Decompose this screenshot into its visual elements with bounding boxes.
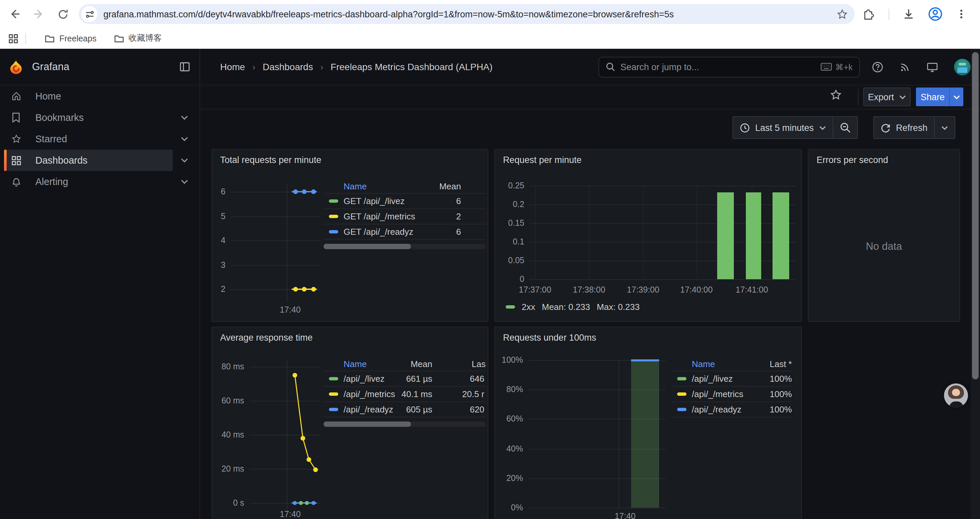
bookmark-folder-freeleaps[interactable]: Freeleaps <box>39 32 102 45</box>
data-point <box>312 501 315 505</box>
legend-scrollbar-thumb[interactable] <box>323 422 411 427</box>
x-axis-label: 17:39:00 <box>627 285 659 295</box>
favorite-star-button[interactable] <box>830 89 842 101</box>
legend-row[interactable]: /api/_/metrics40.1 ms20.5 r <box>323 387 486 402</box>
legend-row[interactable]: /api/_/readyz100% <box>672 402 793 417</box>
share-menu-button[interactable] <box>949 88 963 106</box>
legend-row[interactable]: GET /api/_/readyz6 <box>323 224 486 240</box>
profile-button[interactable] <box>928 7 943 21</box>
zoom-out-button[interactable] <box>833 117 857 138</box>
series-color-pill <box>677 408 686 411</box>
legend-row[interactable]: /api/_/readyz605 µs620 <box>323 402 486 417</box>
legend-row[interactable]: /api/_/livez100% <box>672 371 793 387</box>
sidebar-item-dashboards[interactable]: Dashboards <box>0 150 199 171</box>
gridline <box>619 360 619 508</box>
dashboards-grid-icon <box>11 155 21 165</box>
legend-col-name[interactable]: Name <box>344 359 367 369</box>
search-input[interactable]: Search or jump to... ⌘+k <box>598 56 860 77</box>
legend-col-mean[interactable]: Mean <box>439 181 461 191</box>
data-point <box>299 501 303 505</box>
legend-col-name[interactable]: Name <box>344 181 367 191</box>
series-color-pill <box>329 408 338 411</box>
mega-menu-toggle[interactable] <box>180 61 190 72</box>
legend-header-row: NameLast * <box>672 357 793 371</box>
site-settings-icon[interactable] <box>81 6 97 22</box>
gridline <box>530 279 795 280</box>
legend-row[interactable]: GET /api/_/metrics2 <box>323 209 486 224</box>
dashboard-canvas: Total requests per minute6543217:40NameM… <box>200 145 980 519</box>
chevron-down-icon[interactable] <box>181 115 188 120</box>
series-name: GET /api/_/livez <box>344 196 405 206</box>
breadcrumb-home[interactable]: Home <box>220 61 245 72</box>
assistant-avatar[interactable] <box>944 383 968 407</box>
export-button[interactable]: Export <box>863 88 911 106</box>
data-point <box>305 501 309 505</box>
screen: grafana.mathmast.com/d/deytv4rwavabkb/fr… <box>0 0 980 519</box>
y-axis-label: 4 <box>212 236 226 245</box>
browser-menu-button[interactable] <box>956 9 967 19</box>
sidebar-item-starred[interactable]: Starred <box>0 128 199 150</box>
scrollbar-thumb[interactable] <box>972 52 978 379</box>
legend-col-mean[interactable]: Last * <box>770 359 792 369</box>
chevron-down-icon[interactable] <box>181 179 188 184</box>
legend-scrollbar-thumb[interactable] <box>323 244 411 249</box>
refresh-interval-button[interactable] <box>935 117 955 138</box>
legend-col-mean[interactable]: Mean <box>410 359 432 369</box>
vertical-scrollbar[interactable] <box>970 49 980 519</box>
browser-reload-button[interactable] <box>53 5 72 23</box>
sidebar-item-home[interactable]: Home <box>0 86 199 107</box>
panel-requests-under-100ms: Requests under 100ms100%80%60%40%20%0%17… <box>494 327 802 519</box>
legend-row[interactable]: /api/_/livez661 µs646 <box>323 371 486 387</box>
legend-col-last[interactable]: Las <box>472 359 486 369</box>
y-axis-label: 100% <box>495 355 523 365</box>
bookmark-folder-blogs[interactable]: 收藏博客 <box>108 31 167 46</box>
breadcrumb-dashboards[interactable]: Dashboards <box>262 61 313 72</box>
legend-col-name[interactable]: Name <box>692 359 715 369</box>
news-rss-button[interactable] <box>899 61 911 72</box>
series-name[interactable]: 2xx <box>522 302 535 312</box>
sidebar-item-bookmarks[interactable]: Bookmarks <box>0 107 199 128</box>
legend-scrollbar[interactable] <box>323 422 486 427</box>
forward-arrow-icon <box>33 8 45 20</box>
extensions-button[interactable] <box>862 8 875 21</box>
series-last-value: 646 <box>470 374 484 384</box>
user-avatar[interactable] <box>954 58 970 75</box>
legend-row[interactable]: GET /api/_/livez6 <box>323 194 486 209</box>
refresh-button[interactable]: Refresh <box>874 117 934 138</box>
y-axis-label: 6 <box>212 187 226 196</box>
panel-title[interactable]: Requests under 100ms <box>503 333 596 343</box>
help-button[interactable] <box>872 61 883 72</box>
legend: 2xxMean: 0.233Max: 0.233 <box>506 302 640 312</box>
share-button[interactable]: Share <box>916 88 949 106</box>
y-axis-label: 0 <box>495 275 524 284</box>
url-bar[interactable]: grafana.mathmast.com/d/deytv4rwavabkb/fr… <box>79 4 854 24</box>
time-range-picker[interactable]: Last 5 minutes <box>733 117 832 138</box>
legend-scrollbar[interactable] <box>323 244 486 249</box>
y-axis-label: 3 <box>212 260 226 270</box>
bookmark-star-icon[interactable] <box>837 8 848 20</box>
share-button-group: Share <box>916 88 963 106</box>
series-last-value: 20.5 r <box>462 389 485 399</box>
chevron-down-icon[interactable] <box>181 158 188 163</box>
data-point <box>293 189 298 194</box>
bookmark-label: 收藏博客 <box>129 33 162 44</box>
browser-forward-button[interactable] <box>29 5 48 23</box>
url-text: grafana.mathmast.com/d/deytv4rwavabkb/fr… <box>103 9 837 19</box>
sidebar-item-alerting[interactable]: Alerting <box>0 171 199 192</box>
display-button[interactable] <box>927 61 938 72</box>
panel-title[interactable]: Request per minute <box>503 155 582 165</box>
panel-title[interactable]: Total requests per minute <box>220 155 321 165</box>
legend-row[interactable]: /api/_/metrics100% <box>672 387 793 402</box>
series-color-pill <box>329 393 338 396</box>
browser-back-button[interactable] <box>5 5 24 23</box>
breadcrumb-separator: › <box>253 62 256 72</box>
y-axis-label: 0.05 <box>495 256 524 265</box>
downloads-button[interactable] <box>903 8 915 20</box>
series-value: 6 <box>456 227 461 237</box>
panel-title[interactable]: Errors per second <box>816 155 888 165</box>
apps-grid-icon[interactable] <box>8 33 19 44</box>
search-placeholder: Search or jump to... <box>620 62 821 72</box>
grafana-logo[interactable] <box>10 60 23 74</box>
chevron-down-icon[interactable] <box>181 136 188 142</box>
panel-avg-response-time: Average response time80 ms60 ms40 ms20 m… <box>212 327 488 519</box>
